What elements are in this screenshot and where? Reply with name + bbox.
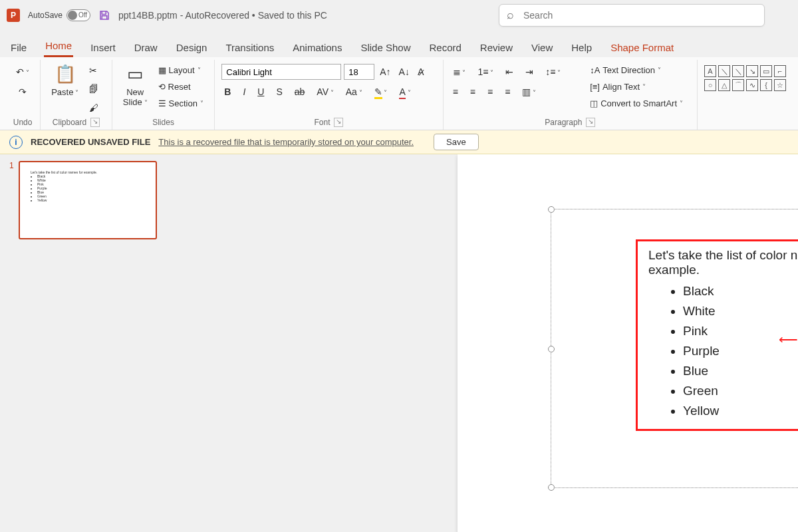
slide-canvas[interactable]: ⟳ Let's take the list of color names for… bbox=[168, 154, 798, 532]
search-box[interactable] bbox=[499, 4, 765, 27]
thumb-list: BlackWhitePinkPurpleBlueGreenYellow bbox=[31, 174, 145, 202]
shape-line-icon[interactable]: ＼ bbox=[718, 65, 730, 77]
align-text-button[interactable]: [≡]Align Text bbox=[587, 80, 686, 93]
text-direction-button[interactable]: ↕AText Direction bbox=[587, 64, 686, 76]
layout-button[interactable]: ▦Layout bbox=[156, 64, 206, 76]
group-paragraph-label: Paragraph bbox=[545, 118, 582, 127]
shape-textbox-icon[interactable]: A bbox=[704, 65, 716, 77]
new-slide-button[interactable]: ▭ New Slide bbox=[119, 61, 152, 110]
tab-shape-format[interactable]: Shape Format bbox=[609, 38, 675, 57]
align-left-button[interactable]: ≡ bbox=[450, 85, 461, 98]
tab-design[interactable]: Design bbox=[175, 38, 209, 57]
handle-sw[interactable] bbox=[548, 484, 555, 491]
autosave-toggle[interactable]: AutoSave Off bbox=[28, 9, 90, 21]
italic-button[interactable]: I bbox=[240, 85, 248, 98]
char-spacing-button[interactable]: AV bbox=[314, 85, 336, 98]
reset-icon: ⟲ bbox=[158, 82, 166, 92]
section-button[interactable]: ☰Section bbox=[156, 97, 206, 110]
autosave-label: AutoSave bbox=[28, 11, 63, 20]
bullets-button[interactable]: ≣ bbox=[450, 65, 469, 78]
highlight-button[interactable]: ✎ bbox=[372, 85, 390, 98]
shape-oval-icon[interactable]: ○ bbox=[704, 79, 716, 91]
tab-file[interactable]: File bbox=[9, 38, 28, 57]
paragraph-dialog-launcher[interactable]: ↘ bbox=[586, 118, 595, 127]
underline-button[interactable]: U bbox=[255, 85, 267, 98]
search-input[interactable] bbox=[499, 4, 765, 27]
ribbon: ↶ ↷ Undo 📋 Paste ✂ 🗐 🖌 Clipboard↘ ▭ New … bbox=[0, 57, 798, 130]
list-item: Green bbox=[683, 381, 798, 401]
cut-button[interactable]: ✂ bbox=[86, 64, 101, 77]
columns-button[interactable]: ▥ bbox=[519, 85, 539, 98]
editor-area: 1 Let's take the list of color names for… bbox=[0, 154, 798, 532]
font-name-select[interactable] bbox=[221, 64, 341, 80]
shadow-button[interactable]: S bbox=[273, 85, 285, 98]
shape-arc-icon[interactable]: ⌒ bbox=[732, 79, 744, 91]
new-slide-icon: ▭ bbox=[127, 64, 144, 84]
tab-home[interactable]: Home bbox=[44, 36, 73, 57]
shape-curve-icon[interactable]: ∿ bbox=[746, 79, 758, 91]
tab-record[interactable]: Record bbox=[428, 38, 462, 57]
numbering-button[interactable]: 1≡ bbox=[475, 65, 496, 78]
shape-brace-icon[interactable]: { bbox=[760, 79, 772, 91]
save-icon[interactable] bbox=[98, 9, 110, 21]
slide[interactable]: ⟳ Let's take the list of color names for… bbox=[458, 154, 798, 532]
shapes-gallery[interactable]: A ＼ ＼ ↘ ▭ ⌐ ○ △ ⌒ ∿ { ☆ bbox=[704, 65, 786, 91]
slide-thumbnail-1[interactable]: Let's take the list of color names for e… bbox=[19, 161, 157, 239]
undo-button[interactable]: ↶ bbox=[13, 65, 32, 78]
smartart-icon: ◫ bbox=[590, 98, 598, 108]
tab-insert[interactable]: Insert bbox=[89, 38, 117, 57]
align-right-button[interactable]: ≡ bbox=[485, 85, 495, 98]
redo-button[interactable]: ↷ bbox=[16, 85, 29, 98]
tab-help[interactable]: Help bbox=[570, 38, 593, 57]
font-dialog-launcher[interactable]: ↘ bbox=[334, 118, 343, 127]
slide-thumbnails-pane[interactable]: 1 Let's take the list of color names for… bbox=[0, 154, 168, 532]
tab-transitions[interactable]: Transitions bbox=[224, 38, 275, 57]
intro-text: Let's take the list of color names for e… bbox=[648, 248, 798, 277]
highlighted-textbox[interactable]: Let's take the list of color names for e… bbox=[636, 239, 798, 431]
shape-tri-icon[interactable]: △ bbox=[718, 79, 730, 91]
font-color-button[interactable]: A bbox=[396, 85, 413, 98]
tab-view[interactable]: View bbox=[530, 38, 554, 57]
increase-indent-button[interactable]: ⇥ bbox=[523, 65, 536, 78]
shape-connector-icon[interactable]: ⌐ bbox=[774, 65, 786, 77]
change-case-button[interactable]: Aa bbox=[343, 85, 365, 98]
format-painter-button[interactable]: 🖌 bbox=[86, 101, 101, 114]
group-font-label: Font bbox=[314, 118, 330, 127]
tab-draw[interactable]: Draw bbox=[133, 38, 159, 57]
copy-button[interactable]: 🗐 bbox=[86, 82, 101, 96]
shape-star-icon[interactable]: ☆ bbox=[774, 79, 786, 91]
tab-review[interactable]: Review bbox=[479, 38, 514, 57]
message-text[interactable]: This is a recovered file that is tempora… bbox=[158, 137, 414, 147]
clear-formatting-button[interactable]: A̷ bbox=[415, 65, 427, 78]
paste-button[interactable]: 📋 Paste bbox=[47, 61, 82, 100]
toggle-off-icon[interactable]: Off bbox=[66, 9, 90, 21]
clipboard-icon: 📋 bbox=[55, 64, 76, 84]
font-size-select[interactable] bbox=[344, 64, 374, 80]
shape-rect-icon[interactable]: ▭ bbox=[760, 65, 772, 77]
group-slides-label: Slides bbox=[119, 116, 207, 130]
reset-button[interactable]: ⟲Reset bbox=[156, 80, 206, 93]
list-item: Black bbox=[683, 281, 798, 301]
justify-button[interactable]: ≡ bbox=[502, 85, 513, 98]
clipboard-dialog-launcher[interactable]: ↘ bbox=[90, 118, 100, 127]
document-title: ppt14BB.pptm - AutoRecovered • Saved to … bbox=[118, 10, 327, 21]
info-icon: i bbox=[9, 136, 23, 149]
message-save-button[interactable]: Save bbox=[434, 134, 479, 150]
bold-button[interactable]: B bbox=[221, 85, 233, 98]
line-spacing-button[interactable]: ↕≡ bbox=[543, 65, 563, 78]
tab-animations[interactable]: Animations bbox=[291, 38, 343, 57]
strikethrough-button[interactable]: ab bbox=[292, 85, 308, 98]
convert-smartart-button[interactable]: ◫Convert to SmartArt bbox=[587, 97, 686, 110]
tab-slideshow[interactable]: Slide Show bbox=[359, 38, 412, 57]
decrease-font-button[interactable]: A↓ bbox=[396, 65, 412, 78]
section-icon: ☰ bbox=[158, 98, 166, 108]
decrease-indent-button[interactable]: ⇤ bbox=[503, 65, 516, 78]
shape-arrow-icon[interactable]: ↘ bbox=[746, 65, 758, 77]
message-title: RECOVERED UNSAVED FILE bbox=[31, 137, 150, 147]
handle-w[interactable] bbox=[548, 346, 555, 352]
increase-font-button[interactable]: A↑ bbox=[377, 65, 393, 78]
shape-line2-icon[interactable]: ＼ bbox=[732, 65, 744, 77]
title-bar: P AutoSave Off ppt14BB.pptm - AutoRecove… bbox=[0, 0, 798, 31]
handle-nw[interactable] bbox=[548, 206, 555, 213]
align-center-button[interactable]: ≡ bbox=[467, 85, 478, 98]
